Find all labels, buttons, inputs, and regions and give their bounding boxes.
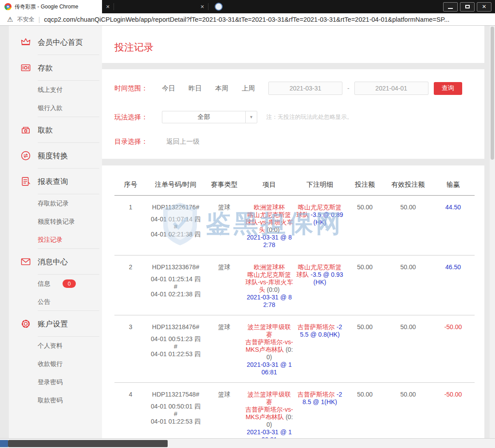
sidebar-item-label: 公告 — [38, 298, 50, 306]
envelope-icon — [20, 255, 32, 268]
left-gutter — [0, 26, 9, 438]
bet-hash: # — [148, 223, 203, 231]
sidebar-item-quota-transfer[interactable]: 额度转换 — [9, 143, 102, 169]
play-select-value: 全部 — [162, 111, 245, 123]
table-row: 1 HDP113226176# 04-01 01:07:14 四 # 04-01… — [114, 196, 475, 255]
cell-win-loss: 44.50 — [432, 196, 475, 255]
report-icon — [20, 175, 32, 188]
maximize-button[interactable] — [460, 2, 475, 12]
sidebar-item-label: 线上支付 — [38, 86, 63, 94]
sidebar-item-deposit-withdraw-records[interactable]: 存取款记录 — [9, 194, 102, 212]
tab-close-icon[interactable]: ✕ — [196, 4, 208, 10]
sidebar-item-label: 存取款记录 — [38, 200, 69, 208]
time-range-label: 时间范围： — [114, 84, 162, 93]
sidebar-item-quota-transfer-records[interactable]: 额度转换记录 — [9, 212, 102, 231]
match-date-score: 2021-03-31 @ 106:81 — [245, 428, 293, 438]
play-select-row: 玩法选择： 全部 ▼ 注：无投注的玩法此处忽略显示。 — [102, 111, 484, 123]
sidebar-item-messages[interactable]: 信息 0 — [9, 275, 102, 293]
date-from-input[interactable] — [268, 82, 342, 95]
sidebar-item-announcements[interactable]: 公告 — [9, 293, 102, 311]
scrollbar-corner — [0, 440, 8, 447]
cell-valid-amount: 50.00 — [385, 255, 432, 315]
sidebar-item-report-query[interactable]: 报表查询 — [9, 169, 102, 194]
sidebar-item-login-password[interactable]: 登录密码 — [9, 373, 102, 391]
sidebar-item-receiving-bank[interactable]: 收款银行 — [9, 355, 102, 373]
tab-close-icon[interactable]: ✕ — [102, 4, 114, 10]
cell-event: 波兰篮球甲级联赛 吉普萨斯塔尔-vs-MKS卢布林队 (0:0) 2021-03… — [244, 315, 295, 383]
security-warning-icon[interactable]: ⚠ — [7, 16, 13, 23]
horizontal-scrollbar-thumb[interactable] — [8, 440, 168, 447]
maximize-icon — [465, 5, 470, 8]
deposit-icon — [20, 62, 32, 74]
sidebar-item-member-home[interactable]: 会员中心首页 — [9, 29, 102, 55]
cell-bet-detail: 吉普萨斯塔尔 -25.5 @ 0.8(HK) — [295, 315, 345, 383]
directory-select-row: 目录选择： 返回上一级 — [102, 138, 484, 146]
cell-bet-detail: 吉普萨斯塔尔 -28.5 @ 1(HK) — [295, 383, 345, 439]
column-header: 输赢 — [432, 179, 475, 196]
sidebar-item-label: 额度转换 — [38, 151, 68, 161]
bet-id: HDP113233678# — [148, 263, 203, 271]
cell-bet-amount: 50.00 — [345, 196, 385, 255]
date-to-input[interactable] — [354, 82, 428, 95]
cell-sport-type: 篮球 — [204, 255, 244, 315]
quick-range-link[interactable]: 昨日 — [189, 84, 202, 93]
settle-time: 04-01 01:22:53 四 — [148, 350, 203, 358]
sidebar-item-deposit[interactable]: 存款 — [9, 55, 102, 81]
close-button[interactable]: ✕ — [477, 2, 491, 12]
directory-select-label: 目录选择： — [114, 138, 162, 146]
back-to-parent-link[interactable]: 返回上一级 — [166, 138, 200, 146]
bet-hash: # — [148, 283, 203, 291]
cell-bet-amount: 50.00 — [345, 255, 385, 315]
column-header: 有效投注额 — [385, 179, 432, 196]
sidebar-item-label: 投注记录 — [38, 236, 63, 244]
sidebar-item-online-payment[interactable]: 线上支付 — [9, 81, 102, 99]
league-name: 欧洲篮球杯 — [245, 263, 293, 271]
cell-index: 3 — [114, 315, 147, 383]
sidebar-item-account-settings[interactable]: 账户设置 — [9, 311, 102, 337]
vertical-scrollbar[interactable] — [490, 26, 495, 438]
cell-valid-amount: 50.00 — [385, 383, 432, 439]
quick-range-link[interactable]: 上周 — [242, 84, 255, 93]
browser-tab[interactable]: ✕ — [114, 0, 208, 13]
vertical-scrollbar-thumb[interactable] — [491, 27, 494, 160]
column-header: 序号 — [114, 179, 147, 196]
query-button[interactable]: 查询 — [434, 82, 462, 95]
sidebar-item-withdraw[interactable]: 取款 — [9, 117, 102, 143]
sidebar-item-label: 账户设置 — [38, 319, 68, 329]
quick-range-link[interactable]: 今日 — [162, 84, 175, 93]
minimize-button[interactable] — [443, 2, 458, 12]
sidebar-item-withdraw-password[interactable]: 取款密码 — [9, 391, 102, 409]
table-body: 1 HDP113226176# 04-01 01:07:14 四 # 04-01… — [114, 196, 475, 439]
column-header: 下注明细 — [295, 179, 345, 196]
address-bar[interactable]: ⚠ 不安全 | cqcp2.com/chuanQiCPLoginWeb/app/… — [0, 13, 495, 26]
sidebar: 会员中心首页 存款 线上支付 银行入款 取款 额度转换 — [9, 26, 102, 438]
time-range-row: 时间范围： 今日昨日本周上周 - 查询 — [102, 82, 484, 95]
pick-team: 吉普萨斯塔尔 — [298, 391, 335, 398]
match-start-score: (0:0) — [267, 226, 280, 233]
cell-bet-amount: 50.00 — [345, 383, 385, 439]
browser-tab[interactable] — [208, 0, 262, 13]
horizontal-scrollbar[interactable] — [0, 438, 495, 448]
window-title: 传奇彩票 - Google Chrome — [15, 3, 78, 11]
crown-icon — [20, 36, 32, 48]
table-header-row: 序号注单号码/时间赛事类型项目下注明细投注额有效投注额输赢 — [114, 179, 475, 196]
settle-time: 04-01 02:21:38 四 — [148, 231, 203, 238]
column-header: 注单号码/时间 — [147, 179, 204, 196]
quick-range-link[interactable]: 本周 — [215, 84, 228, 93]
sidebar-item-bank-deposit[interactable]: 银行入款 — [9, 99, 102, 117]
bet-id: HDP113217548# — [148, 391, 203, 398]
sidebar-item-label: 额度转换记录 — [38, 218, 75, 226]
sidebar-item-label: 会员中心首页 — [38, 37, 83, 47]
chevron-down-icon: ▼ — [245, 111, 257, 123]
cell-event: 欧洲篮球杯 喀山尤尼克斯篮球队-vs-库班火车头 (0:0) 2021-03-3… — [244, 255, 295, 315]
sidebar-item-profile[interactable]: 个人资料 — [9, 337, 102, 355]
sidebar-item-bet-records[interactable]: 投注记录 — [9, 231, 102, 249]
column-header: 投注额 — [345, 179, 385, 196]
play-select-dropdown[interactable]: 全部 ▼ — [162, 111, 257, 123]
sidebar-item-label: 登录密码 — [38, 378, 63, 386]
cell-bet-id-time: HDP113233678# 04-01 01:25:14 四 # 04-01 0… — [147, 255, 204, 315]
tab-favicon-icon — [215, 3, 223, 11]
league-name: 波兰篮球甲级联赛 — [245, 391, 293, 406]
sidebar-item-message-center[interactable]: 消息中心 — [9, 249, 102, 275]
url-text[interactable]: cqcp2.com/chuanQiCPLoginWeb/app/reportDe… — [44, 16, 449, 23]
